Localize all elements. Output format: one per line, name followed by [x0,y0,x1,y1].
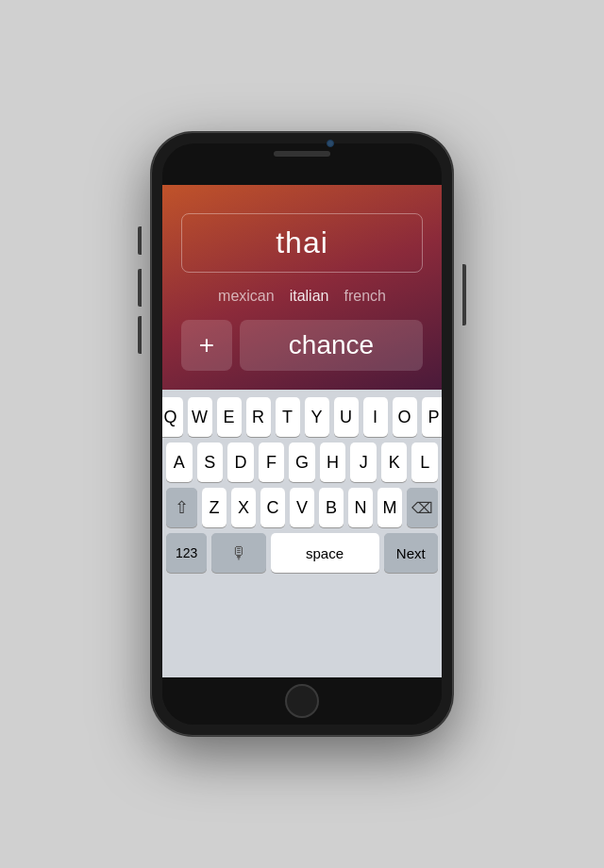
suggestion-french[interactable]: french [344,288,385,305]
key-p[interactable]: P [422,397,443,437]
phone-screen: thai mexican italian french + chance Q W [162,143,442,725]
suggestions-row: mexican italian french [218,288,386,305]
delete-key[interactable]: ⌫ [407,488,438,527]
power-button [462,264,466,326]
key-c[interactable]: C [260,488,285,527]
key-e[interactable]: E [217,397,242,437]
main-word: thai [276,225,328,260]
mic-icon: 🎙 [230,543,247,563]
word-input-box[interactable]: thai [181,213,423,273]
home-button-area [162,677,442,725]
key-w[interactable]: W [188,397,212,437]
next-key[interactable]: Next [384,533,438,573]
key-v[interactable]: V [290,488,314,527]
camera [327,140,334,147]
status-bar [162,143,442,185]
key-j[interactable]: J [350,442,377,482]
app-area: thai mexican italian french + chance Q W [162,185,442,677]
delete-icon: ⌫ [411,499,433,517]
key-f[interactable]: F [259,442,285,482]
keyboard: Q W E R T Y U I O P A S D F G [162,390,442,677]
gradient-background: thai mexican italian french + chance [162,185,442,390]
chance-button[interactable]: chance [240,320,423,371]
key-b[interactable]: B [319,488,344,527]
key-x[interactable]: X [231,488,256,527]
key-z[interactable]: Z [202,488,226,527]
key-d[interactable]: D [227,442,254,482]
key-t[interactable]: T [276,397,300,437]
key-r[interactable]: R [246,397,271,437]
volume-up-button [138,269,142,307]
key-o[interactable]: O [393,397,417,437]
key-a[interactable]: A [166,442,193,482]
key-y[interactable]: Y [305,397,329,437]
num-key[interactable]: 123 [166,533,207,573]
speaker-grille [274,151,330,157]
key-k[interactable]: K [381,442,408,482]
keyboard-row-4: 123 🎙 space Next [166,533,438,573]
keyboard-row-3: ⇧ Z X C V B N M ⌫ [166,488,438,527]
keyboard-row-2: A S D F G H J K L [166,442,438,482]
key-u[interactable]: U [334,397,359,437]
key-s[interactable]: S [197,442,224,482]
key-i[interactable]: I [363,397,388,437]
shift-icon: ⇧ [175,497,189,518]
suggestion-italian[interactable]: italian [290,288,329,305]
key-m[interactable]: M [378,488,402,527]
key-q[interactable]: Q [162,397,183,437]
space-key[interactable]: space [271,533,379,573]
home-button[interactable] [285,684,319,718]
keyboard-row-1: Q W E R T Y U I O P [166,397,438,437]
add-button[interactable]: + [181,320,232,371]
mic-key[interactable]: 🎙 [211,533,265,573]
key-l[interactable]: L [411,442,438,482]
action-row: + chance [181,320,423,371]
key-h[interactable]: H [320,442,346,482]
key-n[interactable]: N [348,488,373,527]
volume-down-button [138,316,142,354]
shift-key[interactable]: ⇧ [166,488,197,527]
key-g[interactable]: G [289,442,315,482]
suggestion-mexican[interactable]: mexican [218,288,275,305]
phone-device: thai mexican italian french + chance Q W [151,132,453,736]
mute-button [138,226,142,255]
